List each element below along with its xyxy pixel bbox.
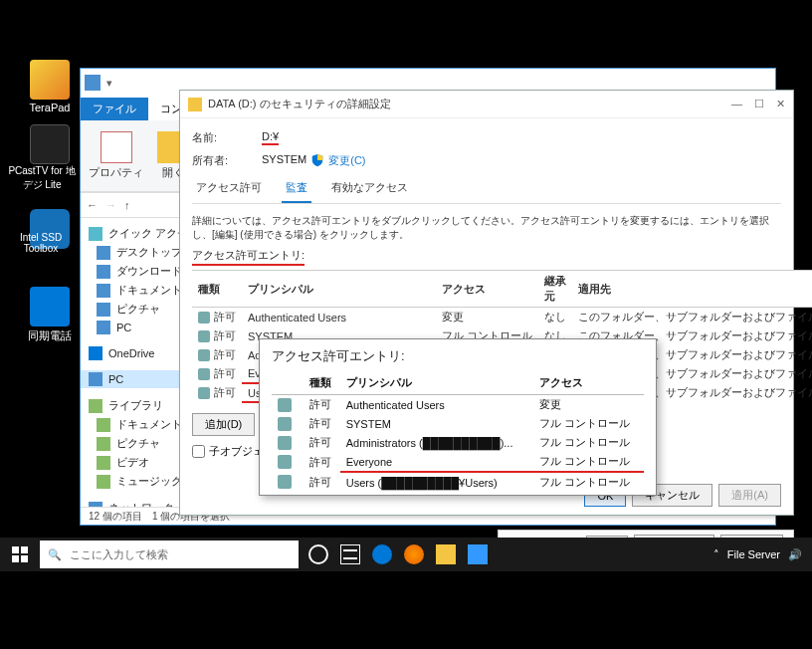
server-label: File Server xyxy=(727,548,780,560)
table-row: 許可Authenticated Users変更 xyxy=(272,395,644,415)
taskview-icon[interactable] xyxy=(340,544,360,564)
pc-icon xyxy=(97,321,110,334)
description-text: 詳細については、アクセス許可エントリをダブルクリックしてください。アクセス許可エ… xyxy=(192,214,781,242)
zoom-table: 種類 プリンシパル アクセス 許可Authenticated Users変更許可… xyxy=(272,371,644,492)
forward-icon[interactable]: → xyxy=(105,199,116,211)
ribbon-properties[interactable]: プロパティ xyxy=(89,131,143,180)
picture-icon xyxy=(97,303,110,317)
tab-permissions[interactable]: アクセス許可 xyxy=(192,176,266,203)
icon-label: 同期電話 xyxy=(20,328,80,343)
search-placeholder: ここに入力して検索 xyxy=(70,547,168,562)
svg-rect-1 xyxy=(21,546,28,553)
download-icon xyxy=(97,265,110,279)
name-label: 名前: xyxy=(192,130,262,145)
table-row[interactable]: 許可Authenticated Users変更なしこのフォルダー、サブフォルダー… xyxy=(192,308,812,327)
onedrive-icon xyxy=(89,346,102,360)
tab-effective[interactable]: 有効なアクセス xyxy=(327,176,412,203)
down-caret-icon[interactable]: ▾ xyxy=(106,77,112,90)
desktop-icon-phone[interactable]: 同期電話 xyxy=(20,287,80,343)
monitor-icon xyxy=(85,75,101,91)
taskbar: 🔍 ここに入力して検索 ˄ File Server 🔊 xyxy=(0,538,812,571)
col-principal[interactable]: プリンシパル xyxy=(242,271,436,308)
zoom-col-type: 種類 xyxy=(304,371,340,395)
star-icon xyxy=(89,227,102,241)
tab-audit[interactable]: 監査 xyxy=(282,176,311,203)
apply-button[interactable]: 適用(A) xyxy=(718,484,781,507)
desktop-icon-pcast[interactable] xyxy=(20,124,80,166)
desktop-icon-terapad[interactable]: TeraPad xyxy=(20,60,80,113)
minimize-icon[interactable]: — xyxy=(731,98,742,110)
app-icon[interactable] xyxy=(468,544,488,564)
network-icon xyxy=(89,502,102,508)
zoom-col-principal: プリンシパル xyxy=(340,371,533,395)
security-tabs: アクセス許可 監査 有効なアクセス xyxy=(192,176,781,204)
col-access[interactable]: アクセス xyxy=(436,271,538,308)
tray-up-icon[interactable]: ˄ xyxy=(713,548,719,561)
icon-label: TeraPad xyxy=(20,102,80,113)
name-value: D:¥ xyxy=(262,130,279,145)
tab-file[interactable]: ファイル xyxy=(81,98,148,120)
table-row: 許可Everyoneフル コントロール xyxy=(272,452,644,472)
desktop-icon xyxy=(97,246,110,260)
back-icon[interactable]: ← xyxy=(87,199,98,211)
picture-icon xyxy=(97,437,110,451)
search-box[interactable]: 🔍 ここに入力して検索 xyxy=(40,541,299,568)
music-icon xyxy=(97,475,110,489)
svg-rect-2 xyxy=(12,555,19,562)
zoom-col-access: アクセス xyxy=(533,371,644,395)
table-row: 許可Users (██████████¥Users)フル コントロール xyxy=(272,472,644,492)
desktop: TeraPad PCastTV for 地デジ Lite Intel SSD T… xyxy=(0,0,812,649)
folder-icon xyxy=(188,98,202,111)
explorer-taskbar-icon[interactable] xyxy=(436,544,456,564)
col-type[interactable]: 種類 xyxy=(192,271,242,308)
maximize-icon[interactable]: ☐ xyxy=(754,98,764,110)
start-button[interactable] xyxy=(2,538,38,571)
child-objects-checkbox[interactable] xyxy=(192,445,205,458)
video-icon xyxy=(97,456,110,470)
shield-icon xyxy=(310,153,324,167)
zoom-popup: アクセス許可エントリ: 種類 プリンシパル アクセス 許可Authenticat… xyxy=(259,338,657,496)
svg-rect-0 xyxy=(12,546,19,553)
desktop-icon-intel-label: Intel SSD Toolbox xyxy=(3,232,79,254)
edge-icon[interactable] xyxy=(372,544,392,564)
add-button[interactable]: 追加(D) xyxy=(192,413,255,436)
entries-label: アクセス許可エントリ: xyxy=(192,248,304,266)
library-icon xyxy=(89,399,102,413)
close-icon[interactable]: ✕ xyxy=(776,98,785,110)
svg-rect-3 xyxy=(21,555,28,562)
cortana-icon[interactable] xyxy=(308,544,328,564)
firefox-icon[interactable] xyxy=(404,544,424,564)
dialog-title: DATA (D:) のセキュリティの詳細設定 xyxy=(208,97,391,111)
owner-value: SYSTEM xyxy=(262,153,306,168)
document-icon xyxy=(97,284,110,298)
up-icon[interactable]: ↑ xyxy=(124,199,130,211)
dialog-titlebar[interactable]: DATA (D:) のセキュリティの詳細設定 — ☐ ✕ xyxy=(180,91,793,118)
speaker-icon[interactable]: 🔊 xyxy=(788,548,802,561)
col-inherit[interactable]: 継承元 xyxy=(538,271,572,308)
desktop-icon-pcast-label: PCastTV for 地デジ Lite xyxy=(5,164,79,192)
col-applies[interactable]: 適用先 xyxy=(572,271,812,308)
zoom-title: アクセス許可エントリ: xyxy=(272,347,644,365)
table-row: 許可Administrators (██████████)...フル コントロー… xyxy=(272,433,644,452)
search-icon: 🔍 xyxy=(48,548,62,561)
change-owner-link[interactable]: 変更(C) xyxy=(328,153,365,168)
document-icon xyxy=(97,418,110,432)
owner-label: 所有者: xyxy=(192,153,262,168)
table-row: 許可SYSTEMフル コントロール xyxy=(272,414,644,433)
pc-icon xyxy=(89,372,102,386)
